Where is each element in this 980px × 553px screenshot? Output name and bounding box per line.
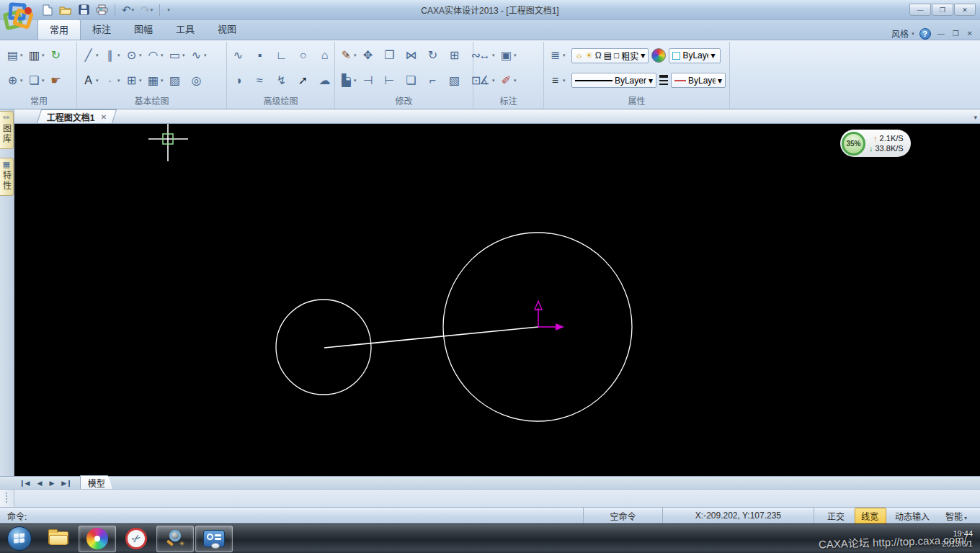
model-sheet-tab[interactable]: 模型 <box>80 475 113 490</box>
open-document-icon[interactable] <box>57 3 74 17</box>
drawing-canvas[interactable]: 35% ↑2.1K/S ↓33.8K/S <box>14 124 980 476</box>
sheet-nav-icon[interactable]: ▶❙ <box>58 480 75 487</box>
lineweight-icon: ≡ <box>548 75 562 86</box>
正交[interactable]: 正交 <box>821 508 852 523</box>
dropdown-arrow-icon[interactable]: ▾ <box>514 78 519 84</box>
sheet-nav-icon[interactable]: ▶ <box>45 480 58 487</box>
layer-dropdown-icon[interactable]: ▾ <box>641 50 645 60</box>
dropdown-arrow-icon[interactable]: ▾ <box>161 78 166 84</box>
layer-freeze-icon[interactable]: ☀ <box>585 50 593 60</box>
dropdown-arrow-icon[interactable]: ▾ <box>117 53 122 58</box>
command-panel[interactable] <box>0 489 980 507</box>
dropdown-arrow-icon[interactable]: ▾ <box>42 53 47 58</box>
layer-lock-icon[interactable]: Ω <box>595 50 602 60</box>
dropdown-arrow-icon[interactable]: ▾ <box>139 78 144 84</box>
dropdown-arrow-icon[interactable]: ▾ <box>96 53 101 58</box>
layer-icon: ≣ <box>548 50 562 61</box>
gear-icon: ✳ <box>179 540 184 547</box>
sidebar-tab-library[interactable]: ✏ 图库 <box>0 111 14 149</box>
start-button[interactable] <box>1 526 38 552</box>
document-close-icon[interactable]: ✕ <box>101 113 107 121</box>
linestyle-dropdown-icon[interactable]: ▾ <box>649 76 653 86</box>
dropdown-arrow-icon[interactable]: ▾ <box>563 78 568 84</box>
close-button[interactable]: ✕ <box>954 4 976 16</box>
small-circle-entity[interactable] <box>276 300 371 395</box>
智能[interactable]: 智能▾ <box>940 508 973 523</box>
taskbar-caxa-app-button[interactable]: ✳ <box>156 526 194 552</box>
dropdown-arrow-icon[interactable]: ▾ <box>182 53 187 58</box>
taskbar-control-panel-button[interactable] <box>195 526 233 552</box>
current-layer-value: 粗实 <box>621 50 638 62</box>
linecolor-dropdown-icon[interactable]: ▾ <box>718 76 722 86</box>
print-icon[interactable] <box>94 3 110 17</box>
dropdown-arrow-icon[interactable]: ▾ <box>139 53 144 58</box>
dropdown-arrow-icon[interactable]: ▾ <box>354 53 359 58</box>
speed-percent-badge[interactable]: 35% <box>842 132 865 156</box>
save-icon[interactable] <box>76 3 92 17</box>
工具[interactable]: 工具 <box>164 19 206 40</box>
视图[interactable]: 视图 <box>206 19 248 40</box>
restore-button[interactable]: ❐ <box>932 4 953 16</box>
mdi-restore-button[interactable]: ❐ <box>951 30 961 37</box>
layer-settings-button[interactable]: ≣▾ <box>548 47 569 65</box>
sheet-nav-icon[interactable]: ❙◀ <box>16 480 33 487</box>
taskbar-pinwheel-app-button[interactable] <box>79 526 116 552</box>
dropdown-arrow-icon[interactable]: ▾ <box>514 53 519 58</box>
caxa-application-window: ↶ ▾ ↷ ▾ ▾ CAXA实体设计2013 - [工程图文档1] — ❐ ✕ … <box>0 0 980 553</box>
minimize-button[interactable]: — <box>909 4 931 16</box>
线宽[interactable]: 线宽 <box>855 508 886 524</box>
network-speed-widget[interactable]: 35% ↑2.1K/S ↓33.8K/S <box>840 130 911 157</box>
undo-dropdown-icon[interactable]: ▾ <box>132 7 135 13</box>
windows-orb-icon <box>7 526 32 551</box>
dropdown-arrow-icon[interactable]: ▾ <box>96 78 101 84</box>
taskbar-explorer-button[interactable] <box>40 526 77 552</box>
command-panel-grip[interactable] <box>0 490 14 507</box>
linetype-icon[interactable] <box>659 75 668 86</box>
caxa-app-logo-icon[interactable] <box>3 1 36 35</box>
lineweight-button[interactable]: ≡▾ <box>548 71 569 89</box>
line-entity[interactable] <box>324 327 538 348</box>
color-select[interactable]: ByLayer ▾ <box>669 48 721 63</box>
tab-overflow-dropdown-icon[interactable]: ▾ <box>974 114 977 121</box>
动态输入[interactable]: 动态输入 <box>889 508 937 523</box>
new-document-icon[interactable] <box>40 3 55 17</box>
explode-icon: ▧ <box>447 75 461 86</box>
标注[interactable]: 标注 <box>81 19 122 40</box>
linestyle-select[interactable]: ByLayer ▾ <box>571 73 656 88</box>
taskbar-snipping-app-button[interactable]: ✂ <box>117 526 155 552</box>
dropdown-arrow-icon[interactable]: ▾ <box>354 78 359 84</box>
redo-dropdown-icon[interactable]: ▾ <box>151 7 153 13</box>
dropdown-arrow-icon[interactable]: ▾ <box>20 78 25 84</box>
color-dropdown-icon[interactable]: ▾ <box>710 50 715 60</box>
sidebar-tab-properties[interactable]: ▦ 特性 <box>0 158 14 196</box>
layer-print-icon[interactable]: ▤ <box>604 50 612 60</box>
magnifier-icon: ✳ <box>165 529 185 549</box>
system-clock[interactable]: 19:44 2013/6/1 <box>942 529 973 549</box>
document-tab[interactable]: 工程图文档1 ✕ <box>37 109 117 123</box>
undo-button[interactable]: ↶ ▾ <box>120 3 136 17</box>
style-menu-button[interactable]: 风格 ▾ <box>891 27 914 40</box>
help-icon[interactable]: ? <box>919 28 931 40</box>
linecolor-select[interactable]: ByLayer ▾ <box>671 73 726 88</box>
dropdown-arrow-icon[interactable]: ▾ <box>492 78 497 84</box>
常用[interactable]: 常用 <box>37 19 81 40</box>
图幅[interactable]: 图幅 <box>122 19 164 40</box>
picture-icon: ▥ <box>27 50 41 61</box>
dropdown-arrow-icon[interactable]: ▾ <box>117 78 122 84</box>
dropdown-arrow-icon[interactable]: ▾ <box>563 53 568 58</box>
customize-qat-button[interactable]: ▾ <box>164 3 172 17</box>
undo-icon: ↶ <box>122 3 131 17</box>
sheet-nav-icon[interactable]: ◀ <box>33 480 45 487</box>
dropdown-arrow-icon[interactable]: ▾ <box>42 78 47 84</box>
dropdown-arrow-icon[interactable]: ▾ <box>161 53 166 58</box>
mdi-minimize-button[interactable]: — <box>936 30 946 37</box>
layer-visibility-icon[interactable]: ☼ <box>575 50 583 60</box>
layer-state-bar[interactable]: ☼ ☀ Ω ▤ □ 粗实 ▾ <box>571 48 649 63</box>
dropdown-arrow-icon[interactable]: ▾ <box>492 53 497 58</box>
dropdown-arrow-icon[interactable]: ▾ <box>20 53 25 58</box>
drawing-svg[interactable] <box>14 124 980 476</box>
dropdown-arrow-icon[interactable]: ▾ <box>204 53 209 58</box>
redo-button[interactable]: ↷ ▾ <box>138 3 155 17</box>
color-wheel-icon[interactable] <box>651 48 666 63</box>
mdi-close-button[interactable]: ✕ <box>966 30 974 37</box>
